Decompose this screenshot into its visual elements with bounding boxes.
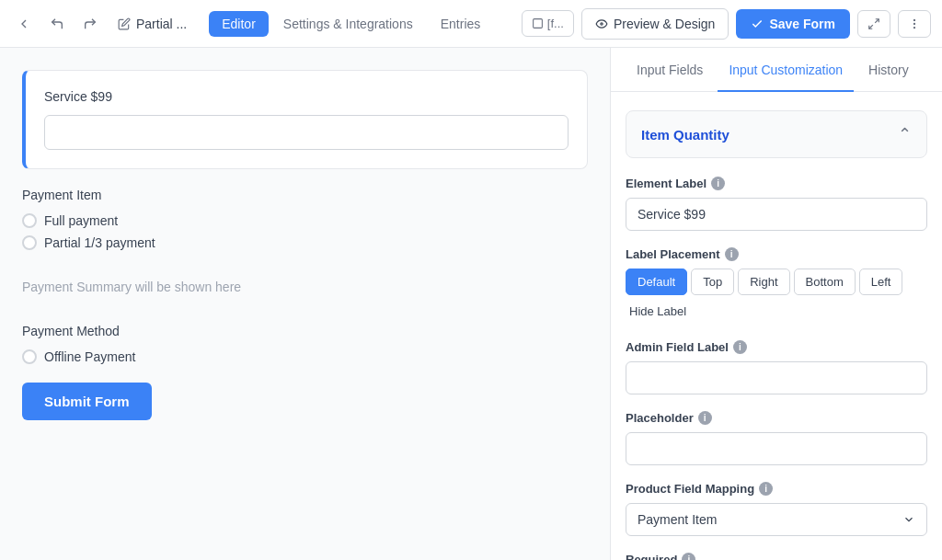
undo-button[interactable] bbox=[44, 11, 70, 37]
payment-full-label: Full payment bbox=[44, 213, 118, 228]
payment-item-section: Payment Item Full payment Partial 1/3 pa… bbox=[22, 188, 588, 250]
required-label-text: Required bbox=[626, 553, 677, 560]
payment-method-offline: Offline Payment bbox=[22, 349, 588, 364]
save-label: Save Form bbox=[769, 17, 835, 31]
admin-field-heading: Admin Field Label i bbox=[626, 340, 927, 354]
product-field-label-text: Product Field Mapping bbox=[626, 482, 754, 496]
placement-top[interactable]: Top bbox=[691, 269, 734, 295]
tab-history[interactable]: History bbox=[857, 48, 920, 92]
admin-field-info-icon: i bbox=[733, 340, 747, 354]
svg-line-2 bbox=[875, 18, 879, 22]
label-placement-group: Label Placement i Default Top Right Bott… bbox=[626, 247, 927, 324]
svg-point-4 bbox=[913, 19, 914, 20]
product-field-value: Payment Item bbox=[638, 512, 717, 527]
svg-point-5 bbox=[913, 23, 914, 24]
product-field-info-icon: i bbox=[759, 482, 773, 496]
svg-rect-0 bbox=[533, 19, 542, 29]
label-placement-text: Label Placement bbox=[626, 247, 720, 261]
file-chip[interactable]: [f... bbox=[522, 10, 574, 37]
placeholder-input[interactable] bbox=[626, 432, 927, 465]
placeholder-info-icon: i bbox=[698, 411, 712, 425]
product-field-dropdown[interactable]: Payment Item bbox=[626, 503, 927, 536]
submit-form-button[interactable]: Submit Form bbox=[22, 383, 152, 420]
element-label-text: Element Label bbox=[626, 177, 706, 190]
admin-field-label-text: Admin Field Label bbox=[626, 340, 729, 354]
element-label-input[interactable] bbox=[626, 198, 927, 231]
right-panel-content: Item Quantity ⌃ Element Label i Label Pl… bbox=[611, 92, 942, 560]
element-label-heading: Element Label i bbox=[626, 177, 927, 190]
element-label-group: Element Label i bbox=[626, 177, 927, 231]
placeholder-group: Placeholder i bbox=[626, 411, 927, 465]
placeholder-heading: Placeholder i bbox=[626, 411, 927, 425]
product-field-heading: Product Field Mapping i bbox=[626, 482, 927, 496]
payment-method-title: Payment Method bbox=[22, 324, 588, 338]
required-group: Required i Yes No bbox=[626, 553, 927, 560]
admin-field-input[interactable] bbox=[626, 361, 927, 394]
nav-tabs: Editor Settings & Integrations Entries bbox=[209, 11, 493, 37]
svg-point-1 bbox=[601, 22, 603, 24]
right-panel-tabs: Input Fields Input Customization History bbox=[611, 48, 942, 92]
placeholder-label-text: Placeholder bbox=[626, 411, 694, 425]
main-area: Service $99 Payment Item Full payment Pa… bbox=[0, 48, 942, 560]
service-card: Service $99 bbox=[22, 70, 588, 169]
section-header[interactable]: Item Quantity ⌃ bbox=[626, 110, 927, 158]
file-chip-label: [f... bbox=[547, 17, 564, 30]
save-form-button[interactable]: Save Form bbox=[736, 9, 850, 39]
preview-label: Preview & Design bbox=[614, 17, 716, 31]
payment-item-title: Payment Item bbox=[22, 188, 588, 202]
payment-method-section: Payment Method Offline Payment bbox=[22, 324, 588, 364]
label-placement-heading: Label Placement i bbox=[626, 247, 927, 261]
tab-input-fields[interactable]: Input Fields bbox=[626, 48, 714, 92]
payment-partial-label: Partial 1/3 payment bbox=[44, 235, 155, 250]
right-panel: Input Fields Input Customization History… bbox=[611, 48, 942, 560]
admin-field-label-group: Admin Field Label i bbox=[626, 340, 927, 394]
form-title: Partial ... bbox=[110, 17, 194, 31]
placement-default[interactable]: Default bbox=[626, 269, 687, 295]
placement-right[interactable]: Right bbox=[738, 269, 789, 295]
redo-button[interactable] bbox=[77, 11, 103, 37]
tab-entries[interactable]: Entries bbox=[428, 11, 494, 37]
element-label-info-icon: i bbox=[711, 177, 725, 190]
preview-design-button[interactable]: Preview & Design bbox=[581, 8, 729, 40]
product-field-mapping-group: Product Field Mapping i Payment Item bbox=[626, 482, 927, 536]
editor-panel: Service $99 Payment Item Full payment Pa… bbox=[0, 48, 611, 560]
placement-hide[interactable]: Hide Label bbox=[626, 299, 690, 324]
tab-editor[interactable]: Editor bbox=[209, 11, 269, 37]
required-heading: Required i bbox=[626, 553, 927, 560]
topbar-right: [f... Preview & Design Save Form bbox=[522, 8, 931, 40]
offline-payment-label: Offline Payment bbox=[44, 349, 135, 364]
tab-settings[interactable]: Settings & Integrations bbox=[270, 11, 426, 37]
placement-left[interactable]: Left bbox=[859, 269, 903, 295]
chevron-down-icon bbox=[902, 513, 915, 526]
payment-summary: Payment Summary will be shown here bbox=[22, 269, 588, 305]
more-options-button[interactable] bbox=[898, 10, 931, 38]
fullscreen-button[interactable] bbox=[857, 10, 890, 38]
radio-offline[interactable] bbox=[22, 349, 37, 364]
section-title: Item Quantity bbox=[641, 127, 729, 143]
chevron-up-icon: ⌃ bbox=[898, 124, 912, 144]
service-input[interactable] bbox=[44, 115, 569, 150]
placement-bottom[interactable]: Bottom bbox=[794, 269, 856, 295]
label-placement-info-icon: i bbox=[725, 247, 739, 261]
payment-option-partial: Partial 1/3 payment bbox=[22, 235, 588, 250]
payment-option-full: Full payment bbox=[22, 213, 588, 228]
topbar: Partial ... Editor Settings & Integratio… bbox=[0, 0, 942, 48]
service-card-title: Service $99 bbox=[44, 89, 569, 104]
required-info-icon: i bbox=[682, 553, 695, 560]
form-title-text: Partial ... bbox=[136, 17, 187, 31]
back-button[interactable] bbox=[11, 11, 37, 37]
radio-partial[interactable] bbox=[22, 235, 37, 250]
radio-full[interactable] bbox=[22, 213, 37, 228]
svg-point-6 bbox=[913, 27, 914, 28]
svg-line-3 bbox=[869, 25, 873, 29]
placement-options: Default Top Right Bottom Left Hide Label bbox=[626, 269, 927, 324]
tab-input-customization[interactable]: Input Customization bbox=[718, 48, 854, 92]
